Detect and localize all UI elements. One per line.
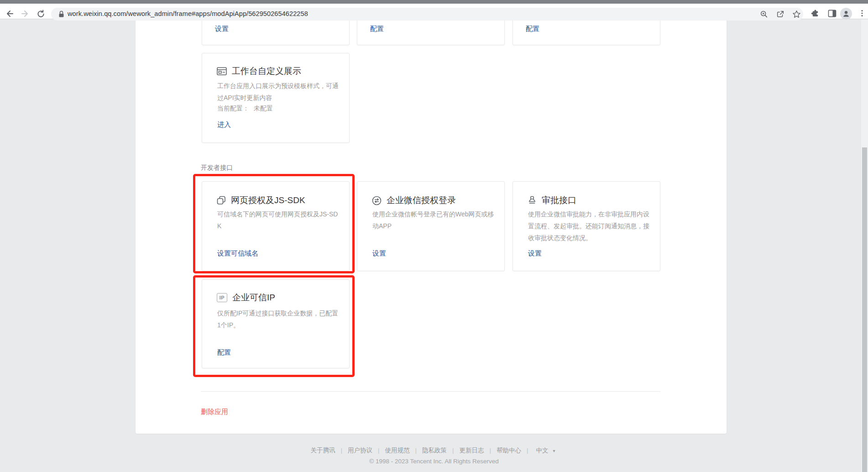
top-card-1-link[interactable]: 设置 — [215, 25, 229, 33]
refresh-icon — [37, 10, 45, 18]
dev-card-web-auth-title: 网页授权及JS-SDK — [231, 194, 305, 206]
top-card-2-link[interactable]: 配置 — [370, 25, 384, 33]
extensions-button[interactable] — [810, 9, 820, 18]
footer-link-help[interactable]: 帮助中心 — [497, 447, 521, 454]
footer-link-agreement[interactable]: 用户协议 — [348, 447, 372, 454]
footer-copyright: © 1998 - 2023 Tencent Inc. All Rights Re… — [0, 458, 868, 465]
share-icon — [776, 10, 784, 18]
screen: 设置 配置 配置 工作台自定义展示 工作台应用入口展示为预设模板样式，可通过AP… — [0, 0, 868, 472]
dev-card-auth-login-title: 企业微信授权登录 — [387, 194, 456, 206]
lock-glyph-icon — [58, 10, 64, 18]
back-button[interactable] — [5, 9, 15, 19]
dev-card-approval-desc: 使用企业微信审批能力，在非审批应用内设置流程、发起审批。还能订阅通知消息，接收审… — [528, 208, 652, 244]
magnifier-icon — [760, 10, 768, 18]
trusted-ip-card: IP 企业可信IP 仅所配IP可通过接口获取企业数据，已配置1个IP。 配置 — [202, 279, 350, 368]
browser-toolbar: work.weixin.qq.com/wework_admin/frame#ap… — [0, 4, 868, 19]
footer-language-selector[interactable]: 中文▾ — [534, 447, 558, 454]
footer-links: 关于腾讯|用户协议|使用规范|隐私政策|更新日志|帮助中心|中文▾ — [0, 446, 868, 455]
workbench-window-icon — [217, 67, 227, 75]
config-label: 当前配置： — [217, 105, 249, 112]
copy-pages-icon — [217, 196, 226, 205]
bookmark-button[interactable] — [792, 10, 801, 19]
footer-separator: | — [415, 447, 417, 454]
browser-chrome: work.weixin.qq.com/wework_admin/frame#ap… — [0, 0, 868, 19]
dev-card-web-auth-desc: 可信域名下的网页可使用网页授权及JS-SDK — [217, 208, 341, 232]
stamp-icon — [528, 196, 537, 205]
dev-card-approval-title-row: 审批接口 — [528, 194, 576, 206]
language-dropdown-arrow-icon: ▾ — [553, 448, 555, 453]
dev-card-web-auth-link[interactable]: 设置可信域名 — [217, 249, 258, 258]
section-label-developer-api: 开发者接口 — [201, 164, 233, 172]
workbench-card-title: 工作台自定义展示 — [232, 65, 301, 77]
zoom-page-icon[interactable] — [759, 10, 769, 19]
footer-separator: | — [452, 447, 454, 454]
footer-separator: | — [490, 447, 492, 454]
workbench-card-title-row: 工作台自定义展示 — [217, 65, 301, 77]
trusted-ip-card-title: 企业可信IP — [232, 292, 275, 304]
kebab-menu-icon — [858, 9, 866, 17]
footer-language-label: 中文 — [536, 447, 549, 454]
workbench-card-desc: 工作台应用入口展示为预设模板样式，可通过API实时更新内容 — [217, 80, 341, 104]
footer-link-changelog[interactable]: 更新日志 — [460, 447, 484, 454]
footer-link-privacy[interactable]: 隐私政策 — [422, 447, 447, 454]
share-button[interactable] — [776, 10, 785, 19]
back-arrow-icon — [5, 9, 14, 18]
divider — [201, 391, 660, 392]
dev-card-auth-login-link[interactable]: 设置 — [372, 249, 386, 258]
forward-button[interactable] — [20, 9, 30, 19]
star-icon — [792, 10, 801, 19]
window-top-strip — [0, 0, 868, 4]
dev-card-auth-login-title-row: 企业微信授权登录 — [372, 194, 456, 206]
refresh-button[interactable] — [36, 9, 46, 19]
footer-separator: | — [340, 447, 342, 454]
side-panel-button[interactable] — [827, 9, 837, 18]
dev-card-approval: 审批接口 使用企业微信审批能力，在非审批应用内设置流程、发起审批。还能订阅通知消… — [512, 181, 660, 271]
dev-card-approval-link[interactable]: 设置 — [528, 249, 542, 258]
top-card-3-link[interactable]: 配置 — [526, 25, 539, 33]
dev-card-web-auth: 网页授权及JS-SDK 可信域名下的网页可使用网页授权及JS-SDK 设置可信域… — [202, 181, 350, 271]
workbench-card: 工作台自定义展示 工作台应用入口展示为预设模板样式，可通过API实时更新内容 当… — [202, 53, 350, 143]
lock-icon[interactable] — [57, 10, 66, 19]
workbench-card-enter-link[interactable]: 进入 — [217, 121, 231, 129]
trusted-ip-card-title-row: IP 企业可信IP — [217, 292, 275, 304]
puzzle-icon — [811, 9, 820, 18]
trusted-ip-card-desc: 仅所配IP可通过接口获取企业数据，已配置1个IP。 — [217, 307, 341, 331]
forward-arrow-icon — [21, 9, 30, 18]
footer-separator: | — [527, 447, 528, 454]
dev-card-approval-title: 审批接口 — [542, 194, 576, 206]
ip-icon-text: IP — [220, 295, 225, 300]
trusted-ip-card-config-link[interactable]: 配置 — [217, 348, 231, 357]
swap-circle-icon — [372, 196, 382, 205]
side-panel-icon — [828, 10, 837, 17]
scrollbar-thumb[interactable] — [862, 147, 867, 472]
dev-card-auth-login-desc: 使用企业微信帐号登录已有的Web网页或移动APP — [372, 208, 497, 232]
person-icon — [842, 10, 850, 18]
delete-app-link[interactable]: 删除应用 — [201, 408, 228, 416]
footer-link-rules[interactable]: 使用规范 — [385, 447, 409, 454]
dev-card-web-auth-title-row: 网页授权及JS-SDK — [217, 194, 305, 206]
footer-separator: | — [378, 447, 380, 454]
scrollbar-track[interactable] — [861, 19, 868, 472]
footer-link-about[interactable]: 关于腾讯 — [310, 447, 335, 454]
profile-avatar[interactable] — [840, 8, 852, 20]
dev-card-auth-login: 企业微信授权登录 使用企业微信帐号登录已有的Web网页或移动APP 设置 — [357, 181, 505, 271]
workbench-card-config: 当前配置：未配置 — [217, 105, 273, 113]
config-value: 未配置 — [254, 105, 273, 112]
browser-menu-button[interactable] — [858, 9, 867, 18]
ip-icon: IP — [217, 293, 227, 302]
url-bar[interactable]: work.weixin.qq.com/wework_admin/frame#ap… — [51, 8, 803, 21]
url-input[interactable]: work.weixin.qq.com/wework_admin/frame#ap… — [68, 10, 308, 17]
